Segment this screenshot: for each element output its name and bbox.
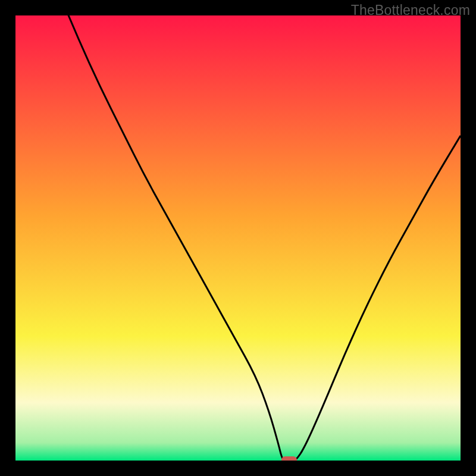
bottleneck-chart bbox=[15, 15, 461, 461]
optimal-point-marker bbox=[281, 456, 297, 461]
gradient-background bbox=[15, 15, 461, 461]
plot-area bbox=[15, 15, 461, 461]
chart-frame: TheBottleneck.com bbox=[0, 0, 476, 476]
